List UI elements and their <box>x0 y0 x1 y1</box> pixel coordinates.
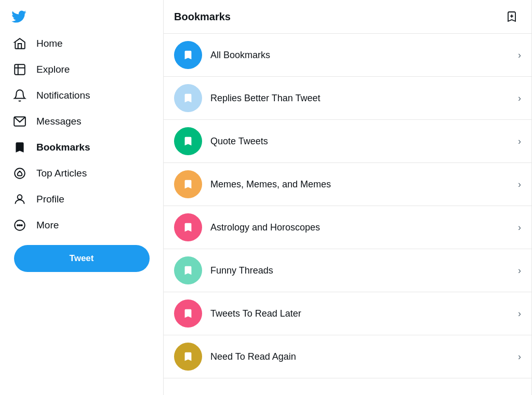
bookmark-circle-memes <box>174 170 202 198</box>
sidebar-item-home-label: Home <box>36 38 63 49</box>
bookmark-item-quote-tweets[interactable]: Quote Tweets › <box>164 120 531 163</box>
explore-icon <box>12 62 27 77</box>
page-title: Bookmarks <box>174 11 231 23</box>
bookmark-item-read-again[interactable]: Need To Read Again › <box>164 335 531 378</box>
sidebar-item-notifications-label: Notifications <box>36 90 90 101</box>
messages-icon <box>12 114 27 129</box>
bookmarks-icon <box>12 140 27 155</box>
add-bookmark-list-button[interactable] <box>502 7 521 26</box>
svg-point-8 <box>19 225 20 226</box>
bookmark-item-memes[interactable]: Memes, Memes, and Memes › <box>164 163 531 206</box>
bookmark-circle-astrology <box>174 213 202 241</box>
sidebar: Home Explore Notifications <box>0 0 164 395</box>
chevron-right-icon: › <box>518 136 521 147</box>
sidebar-item-bookmarks[interactable]: Bookmarks <box>6 135 157 160</box>
tweet-button[interactable]: Tweet <box>14 245 150 272</box>
main-header: Bookmarks <box>164 0 531 34</box>
svg-point-7 <box>17 225 18 226</box>
bookmark-item-read-later[interactable]: Tweets To Read Later › <box>164 292 531 335</box>
sidebar-item-explore-label: Explore <box>36 64 70 75</box>
main-content: Bookmarks All Bookmarks › Repl <box>164 0 532 395</box>
bookmark-label-read-again: Need To Read Again <box>210 351 518 362</box>
bookmark-label-read-later: Tweets To Read Later <box>210 308 518 319</box>
bookmark-label-quote-tweets: Quote Tweets <box>210 136 518 147</box>
chevron-right-icon: › <box>518 93 521 104</box>
sidebar-item-notifications[interactable]: Notifications <box>6 83 157 108</box>
chevron-right-icon: › <box>518 50 521 61</box>
home-icon <box>12 36 27 51</box>
sidebar-item-profile-label: Profile <box>36 194 64 205</box>
top-articles-icon <box>12 166 27 181</box>
bookmark-list: All Bookmarks › Replies Better Than Twee… <box>164 34 531 378</box>
bookmark-circle-quote-tweets <box>174 127 202 155</box>
chevron-right-icon: › <box>518 265 521 276</box>
bookmark-circle-read-later <box>174 299 202 328</box>
chevron-right-icon: › <box>518 222 521 233</box>
bookmark-item-astrology[interactable]: Astrology and Horoscopes › <box>164 206 531 249</box>
profile-icon <box>12 192 27 207</box>
chevron-right-icon: › <box>518 179 521 190</box>
bookmark-circle-read-again <box>174 343 202 371</box>
bookmark-item-replies[interactable]: Replies Better Than Tweet › <box>164 77 531 120</box>
notifications-icon <box>12 88 27 103</box>
sidebar-item-messages-label: Messages <box>36 116 82 127</box>
bookmark-label-funny: Funny Threads <box>210 265 518 276</box>
bookmark-circle-replies <box>174 84 202 112</box>
svg-rect-0 <box>15 64 25 75</box>
svg-point-4 <box>15 168 25 179</box>
sidebar-item-top-articles[interactable]: Top Articles <box>6 161 157 186</box>
bookmark-label-replies: Replies Better Than Tweet <box>210 93 518 104</box>
sidebar-item-more-label: More <box>36 220 59 231</box>
sidebar-item-more[interactable]: More <box>6 213 157 238</box>
more-icon <box>12 218 27 233</box>
bookmark-circle-funny <box>174 256 202 284</box>
sidebar-nav: Home Explore Notifications <box>6 31 157 239</box>
sidebar-item-home[interactable]: Home <box>6 31 157 56</box>
bookmark-item-funny[interactable]: Funny Threads › <box>164 249 531 292</box>
bookmark-item-all[interactable]: All Bookmarks › <box>164 34 531 77</box>
bookmark-circle-all <box>174 41 202 69</box>
twitter-logo[interactable] <box>6 4 31 29</box>
svg-point-5 <box>18 195 22 199</box>
sidebar-item-top-articles-label: Top Articles <box>36 168 87 179</box>
sidebar-item-profile[interactable]: Profile <box>6 187 157 212</box>
bookmark-label-all: All Bookmarks <box>210 50 518 61</box>
sidebar-item-messages[interactable]: Messages <box>6 109 157 134</box>
svg-point-9 <box>21 225 22 226</box>
sidebar-item-bookmarks-label: Bookmarks <box>36 142 90 153</box>
chevron-right-icon: › <box>518 308 521 319</box>
chevron-right-icon: › <box>518 351 521 362</box>
bookmark-label-astrology: Astrology and Horoscopes <box>210 222 518 233</box>
sidebar-item-explore[interactable]: Explore <box>6 57 157 82</box>
bookmark-label-memes: Memes, Memes, and Memes <box>210 179 518 190</box>
